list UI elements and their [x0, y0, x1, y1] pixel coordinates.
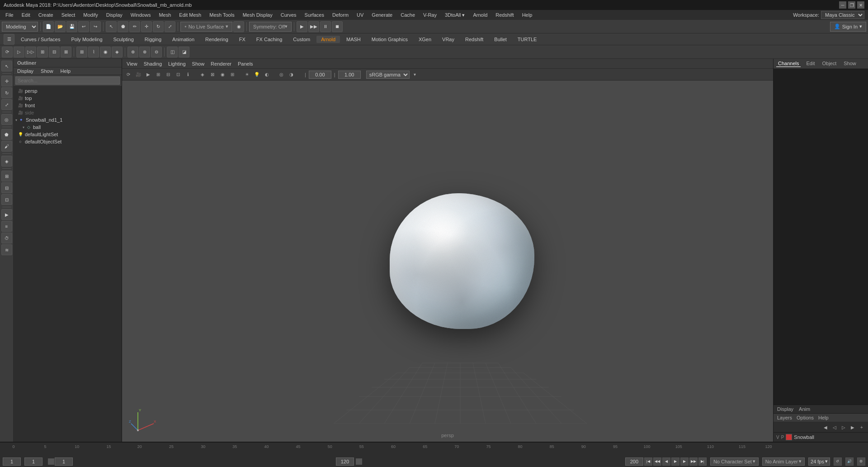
module-fx[interactable]: FX [235, 36, 250, 43]
lt-anim-btn[interactable]: ⏱ [1, 233, 12, 243]
timeline-track[interactable]: 0 5 10 15 20 25 30 35 40 45 50 55 60 65 … [14, 443, 769, 456]
module-curves-surfaces[interactable]: Curves / Surfaces [16, 36, 65, 43]
scale-btn[interactable]: ⤢ [165, 21, 175, 32]
menu-uv[interactable]: UV [353, 11, 367, 19]
scale-tool-btn[interactable]: ⤢ [1, 99, 12, 110]
vp-hud-btn[interactable]: ℹ [184, 70, 193, 79]
outliner-show-menu[interactable]: Show [37, 67, 57, 75]
no-character-set[interactable]: No Character Set ▾ [710, 457, 759, 466]
timeline-ticks[interactable]: 0 5 10 15 20 25 30 35 40 45 50 55 60 65 … [0, 442, 868, 456]
no-live-surface-btn[interactable]: No Live Surface ▾ [180, 22, 232, 32]
vis1-btn[interactable]: ◫ [167, 47, 178, 57]
layer-p-check[interactable]: P [781, 435, 784, 440]
tb2-btn3[interactable]: ▷▷ [25, 47, 36, 57]
vp-light2-btn[interactable]: 💡 [252, 70, 261, 79]
tb2-btn5[interactable]: ⊟ [49, 47, 60, 57]
tree-item-object-set[interactable]: ○ defaultObjectSet [14, 138, 122, 145]
menu-select[interactable]: Select [58, 11, 79, 19]
menu-deform[interactable]: Deform [329, 11, 352, 19]
vp-menu-view[interactable]: View [124, 61, 140, 67]
layer-v-check[interactable]: V [776, 435, 779, 440]
module-toggle-btn[interactable]: ☰ [4, 34, 14, 45]
vp-menu-shading[interactable]: Shading [141, 61, 165, 67]
module-bullet[interactable]: Bullet [490, 36, 511, 43]
no-anim-layer[interactable]: No Anim Layer ▾ [762, 457, 805, 466]
vp-refresh-btn[interactable]: ⟳ [124, 70, 133, 79]
mode-dropdown[interactable]: Modeling [2, 22, 38, 32]
vp-shadow-btn[interactable]: ◐ [262, 70, 271, 79]
tree-item-front[interactable]: 🎥 front [14, 102, 122, 109]
new-file-btn[interactable]: 📄 [43, 21, 54, 32]
menu-arnold[interactable]: Arnold [470, 11, 491, 19]
restore-button[interactable]: ❐ [848, 1, 855, 9]
module-turtle[interactable]: TURTLE [513, 36, 542, 43]
tree-item-light-set[interactable]: 💡 defaultLightSet [14, 131, 122, 138]
rp-next-btn[interactable]: ▶ [849, 424, 856, 431]
vp-value2-input[interactable] [338, 71, 361, 79]
rp-prev2-btn[interactable]: ◁ [831, 424, 838, 431]
prev-frame-btn[interactable]: ◀ [662, 457, 670, 466]
tree-item-ball[interactable]: ▾ ◇ ball [14, 124, 122, 131]
render4-btn[interactable]: ⏹ [332, 21, 343, 32]
delete-btn[interactable]: ⊖ [151, 47, 162, 57]
menu-display[interactable]: Display [103, 11, 126, 19]
tree-item-side[interactable]: 🎥 side [14, 109, 122, 116]
module-sculpting[interactable]: Sculpting [109, 36, 138, 43]
snap-surface-btn[interactable]: ◈ [112, 47, 123, 57]
vp-select-btn[interactable]: ◈ [198, 70, 207, 79]
vp-value1-input[interactable] [309, 71, 331, 79]
layer-color-swatch[interactable] [786, 434, 792, 440]
paint-select-btn[interactable]: 🖌 [1, 141, 12, 152]
vp-light1-btn[interactable]: ☀ [242, 70, 251, 79]
module-poly-modeling[interactable]: Poly Modeling [66, 36, 107, 43]
sign-in-btn[interactable]: 👤 Sign In ▾ [830, 22, 866, 32]
lt-deform-btn[interactable]: ⊟ [1, 182, 12, 193]
lasso-tool-btn[interactable]: ⬟ [1, 129, 12, 140]
render3-btn[interactable]: ⏸ [320, 21, 331, 32]
rotate-btn[interactable]: ↻ [153, 21, 164, 32]
vp-gate-btn[interactable]: ⊞ [154, 70, 163, 79]
tree-item-snowball-node[interactable]: ▾ ✦ Snowball_nd1_1 [14, 116, 122, 124]
menu-generate[interactable]: Generate [368, 11, 396, 19]
vp-cam-btn[interactable]: 🎥 [134, 70, 143, 79]
menu-3dtoall[interactable]: 3DtoAll ▾ [441, 11, 469, 19]
vp-safe-btn[interactable]: ⊟ [164, 70, 173, 79]
snap-curve-btn[interactable]: ⌇ [88, 47, 99, 57]
menu-create[interactable]: Create [35, 11, 57, 19]
range-end-input[interactable] [336, 457, 354, 466]
rp-prev-btn[interactable]: ◀ [822, 424, 829, 431]
next-frame-btn[interactable]: ▶ [680, 457, 689, 466]
undo-btn[interactable]: ↩ [78, 21, 89, 32]
rp-tab-edit[interactable]: Edit [804, 60, 816, 67]
symmetry-btn[interactable]: Symmetry: Off ▾ [249, 22, 292, 32]
menu-surfaces[interactable]: Surfaces [301, 11, 328, 19]
go-start-btn[interactable]: |◀ [644, 457, 652, 466]
menu-curves[interactable]: Curves [277, 11, 300, 19]
vp-iso-btn[interactable]: ◑ [287, 70, 296, 79]
snap-btn[interactable]: ◈ [1, 156, 12, 167]
vp-menu-lighting[interactable]: Lighting [165, 61, 189, 67]
vp-menu-show[interactable]: Show [189, 61, 208, 67]
menu-cache[interactable]: Cache [397, 11, 419, 19]
redo-btn[interactable]: ↪ [90, 21, 101, 32]
menu-edit-mesh[interactable]: Edit Mesh [175, 11, 205, 19]
minimize-button[interactable]: ─ [839, 1, 846, 9]
vp-menu-panels[interactable]: Panels [235, 61, 256, 67]
menu-file[interactable]: File [2, 11, 17, 19]
audio-btn[interactable]: 🔊 [845, 457, 854, 466]
lt-grid-btn[interactable]: ⊞ [1, 171, 12, 181]
tb2-btn2[interactable]: ▷ [14, 47, 24, 57]
rp-help-menu[interactable]: Help [817, 415, 830, 421]
soft-select-btn[interactable]: ◎ [1, 114, 12, 125]
viewport-canvas[interactable]: Y X Z persp [122, 81, 773, 442]
vp-xray-btn[interactable]: ◎ [277, 70, 286, 79]
gamma-select[interactable]: sRGB gamma [366, 71, 410, 79]
loop-btn[interactable]: ↺ [834, 457, 842, 466]
module-animation[interactable]: Animation [168, 36, 199, 43]
lasso-btn[interactable]: ⬟ [118, 21, 128, 32]
module-fx-caching[interactable]: FX Caching [252, 36, 287, 43]
render2-btn[interactable]: ▶▶ [308, 21, 319, 32]
select-tool-btn[interactable]: ↖ [1, 61, 12, 71]
module-vray[interactable]: VRay [438, 36, 459, 43]
vp-menu-renderer[interactable]: Renderer [208, 61, 234, 67]
